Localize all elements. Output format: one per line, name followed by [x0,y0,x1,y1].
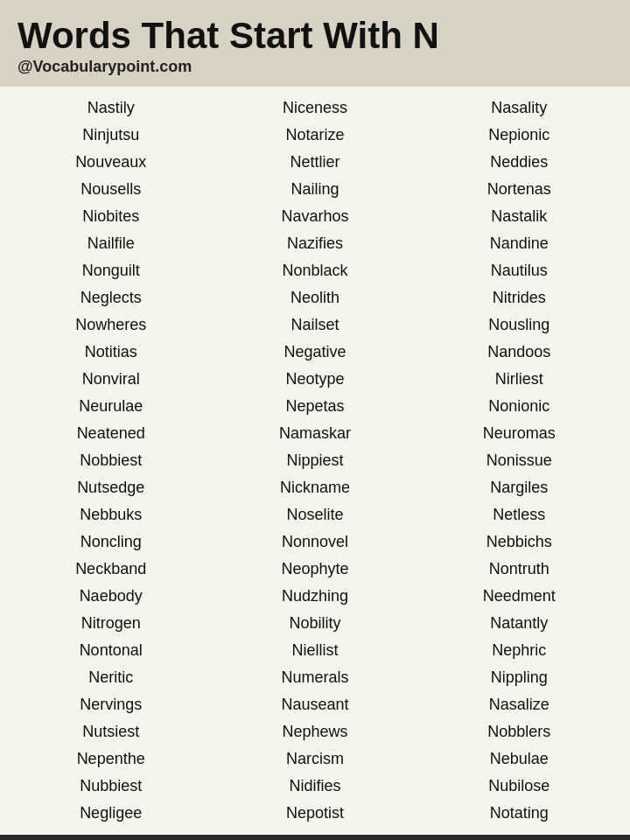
word-cell: Nailing [213,177,416,202]
word-cell: Netless [417,502,621,528]
word-cell: Nowheres [9,312,213,338]
word-cell: Nargiles [417,475,621,500]
word-cell: Niobites [9,204,213,229]
word-cell: Namaskar [213,421,416,446]
word-cell: Nepetas [213,394,416,419]
header: Words That Start With N @Vocabularypoint… [0,0,630,87]
word-cell: Neglects [9,285,213,311]
word-cell: Nephric [417,638,621,663]
word-cell: Nickname [213,475,416,500]
header-subtitle: @Vocabularypoint.com [18,58,612,76]
word-cell: Nebbuks [9,502,213,528]
word-cell: Nubilose [417,774,621,799]
word-cell: Nastily [9,95,213,121]
word-cell: Natantly [417,611,621,636]
word-cell: Nepionic [417,122,621,148]
word-cell: Nousells [9,177,213,202]
word-cell: Nandoos [417,340,621,365]
footer: www.Vocabularypoint.com [0,835,630,840]
word-cell: Nonissue [417,448,621,473]
word-cell: Nobbiest [9,448,213,473]
word-cell: Ninjutsu [9,122,213,148]
word-cell: Nailset [213,312,416,338]
word-cell: Numerals [213,665,416,690]
word-cell: Nepenthe [9,746,213,772]
word-cell: Nebulae [417,746,621,772]
word-cell: Nubbiest [9,774,213,799]
word-cell: Nasality [417,95,621,121]
word-cell: Notarize [213,122,416,148]
word-cell: Navarhos [213,204,416,229]
word-cell: Nobility [213,611,416,636]
word-cell: Nailfile [9,231,213,256]
word-cell: Neotype [213,367,416,392]
word-cell: Nippiest [213,448,416,473]
word-cell: Nutsedge [9,475,213,500]
word-cell: Nettlier [213,150,416,175]
word-cell: Negligee [9,801,213,826]
word-cell: Needment [417,584,621,609]
words-grid: NastilyNicenessNasalityNinjutsuNotarizeN… [9,95,621,826]
word-cell: Noselite [213,502,416,528]
word-cell: Neuromas [417,421,621,446]
word-cell: Nidifies [213,774,416,799]
word-cell: Nastalik [417,204,621,229]
word-cell: Neurulae [9,394,213,419]
word-cell: Nonguilt [9,258,213,284]
word-cell: Neckband [9,556,213,582]
word-cell: Nobblers [417,719,621,745]
words-section: NastilyNicenessNasalityNinjutsuNotarizeN… [0,87,630,835]
word-cell: Nautilus [417,258,621,284]
page-title: Words That Start With N [18,16,612,56]
word-cell: Nutsiest [9,719,213,745]
word-cell: Nonblack [213,258,416,284]
word-cell: Negative [213,340,416,365]
word-cell: Nontruth [417,556,621,582]
word-cell: Nebbichs [417,529,621,555]
word-cell: Nitrogen [9,611,213,636]
word-cell: Nippling [417,665,621,690]
word-cell: Niellist [213,638,416,663]
word-cell: Narcism [213,746,416,772]
word-cell: Nepotist [213,801,416,826]
word-cell: Nauseant [213,692,416,718]
word-cell: Niceness [213,95,416,121]
word-cell: Neophyte [213,556,416,582]
word-cell: Neatened [9,421,213,446]
word-cell: Nazifies [213,231,416,256]
word-cell: Noncling [9,529,213,555]
word-cell: Neolith [213,285,416,311]
word-cell: Neritic [9,665,213,690]
word-cell: Nudzhing [213,584,416,609]
word-cell: Nonionic [417,394,621,419]
word-cell: Nandine [417,231,621,256]
word-cell: Neddies [417,150,621,175]
word-cell: Nitrides [417,285,621,311]
word-cell: Nouveaux [9,150,213,175]
word-cell: Nortenas [417,177,621,202]
word-cell: Notitias [9,340,213,365]
word-cell: Nasalize [417,692,621,718]
word-cell: Naebody [9,584,213,609]
word-cell: Nervings [9,692,213,718]
word-cell: Nonnovel [213,529,416,555]
word-cell: Nonviral [9,367,213,392]
word-cell: Notating [417,801,621,826]
word-cell: Nousling [417,312,621,338]
word-cell: Nontonal [9,638,213,663]
word-cell: Nirliest [417,367,621,392]
word-cell: Nephews [213,719,416,745]
